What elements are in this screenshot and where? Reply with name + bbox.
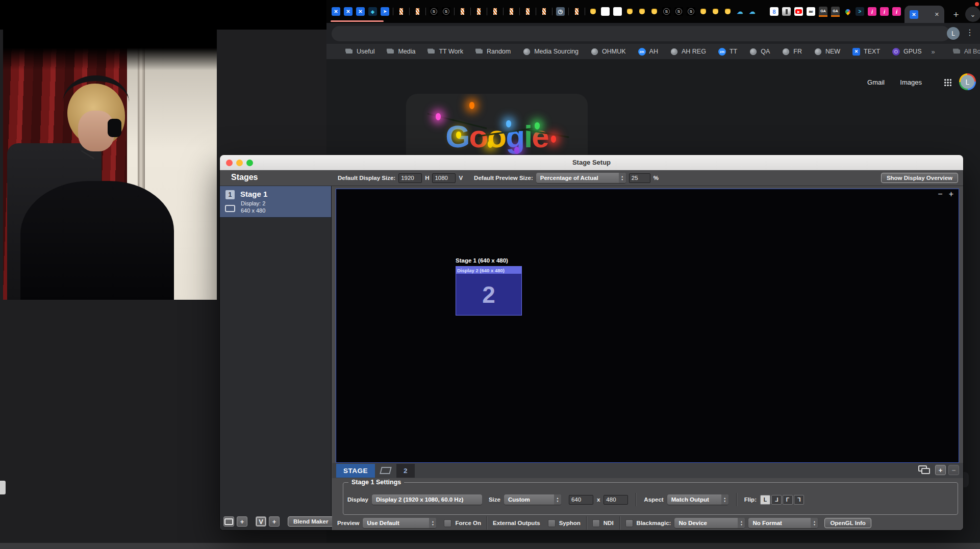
bookmarks-overflow-chevron[interactable]: »: [931, 48, 935, 56]
pinned-tab-candy-icon[interactable]: [458, 7, 467, 16]
pinned-tab-cloud-icon[interactable]: [748, 7, 757, 16]
pinned-tab-s-icon[interactable]: [674, 7, 683, 16]
pinned-tab-candy-icon[interactable]: [572, 7, 581, 16]
pinned-tab-candy-icon[interactable]: [413, 7, 422, 16]
bookmark-tt[interactable]: TT: [716, 46, 740, 57]
display-height-input[interactable]: [432, 173, 456, 183]
pinned-tab-gold-icon[interactable]: [650, 7, 659, 16]
zoom-out-button[interactable]: −: [938, 190, 942, 199]
bookmark-gpus[interactable]: GPUS: [890, 46, 924, 57]
pinned-tab-drop-icon[interactable]: [368, 7, 377, 16]
blackmagic-device-select[interactable]: No Device: [674, 518, 745, 528]
add-virtual-button[interactable]: +: [269, 516, 280, 527]
bookmark-media[interactable]: Media: [384, 46, 418, 57]
bookmark-text[interactable]: TEXT: [850, 46, 883, 57]
tab-ae-icon[interactable]: [807, 7, 815, 16]
flip-vertical-button[interactable]: L: [783, 495, 793, 505]
display-type-button[interactable]: [223, 516, 234, 527]
pinned-tab-candy-icon[interactable]: [491, 7, 499, 16]
bookmark-media-sourcing[interactable]: Media Sourcing: [520, 46, 581, 57]
bookmark-new[interactable]: NEW: [812, 46, 843, 57]
pinned-tab-white-icon[interactable]: [613, 7, 622, 16]
active-tab[interactable]: ✕: [904, 6, 944, 23]
all-bookmarks-button[interactable]: All Bookmarks: [950, 46, 980, 57]
pinned-tab-white-icon[interactable]: [601, 7, 610, 16]
flip-horizontal-button[interactable]: L: [771, 495, 782, 505]
tab-maps-icon[interactable]: [843, 7, 852, 16]
ndi-checkbox[interactable]: [592, 519, 600, 527]
tab-close-icon[interactable]: ✕: [935, 11, 939, 18]
tab-tower-icon[interactable]: [782, 7, 791, 16]
google-account-avatar[interactable]: L: [959, 73, 976, 90]
preview-select[interactable]: Use Default: [363, 518, 436, 528]
stage-height-input[interactable]: [604, 495, 628, 505]
pinned-tab-clock-icon[interactable]: [556, 7, 565, 16]
pinned-tab-gold-icon[interactable]: [589, 7, 597, 16]
pinned-tab-gold-icon[interactable]: [699, 7, 708, 16]
pinned-tab-candy-icon[interactable]: [397, 7, 406, 16]
preview-percent-input[interactable]: [629, 173, 650, 183]
browser-menu-dots-icon[interactable]: ⋮: [966, 28, 974, 37]
pinned-tab-plane-icon[interactable]: [381, 7, 389, 16]
tab-g8-icon[interactable]: [770, 7, 778, 16]
pinned-tab-gold-icon[interactable]: [625, 7, 634, 16]
size-select[interactable]: Custom: [504, 494, 561, 505]
show-display-overview-button[interactable]: Show Display Overview: [881, 173, 958, 183]
tab-yt-icon[interactable]: [794, 7, 803, 16]
blend-maker-button[interactable]: Blend Maker: [288, 516, 334, 527]
blackmagic-format-select[interactable]: No Format: [748, 518, 818, 528]
pinned-tab-x-icon[interactable]: [332, 7, 340, 16]
omnibox-address-bar[interactable]: [332, 26, 950, 41]
zoom-in-button[interactable]: +: [949, 190, 953, 199]
display-select[interactable]: Display 2 (1920 x 1080, 60.0 Hz): [372, 494, 482, 505]
tab-display-2[interactable]: 2: [396, 464, 415, 478]
images-link[interactable]: Images: [900, 79, 922, 86]
stage-list-item[interactable]: 1Stage 1Display: 2640 x 480: [220, 186, 331, 218]
stage-width-input[interactable]: [569, 495, 593, 505]
tab-search-chevron-button[interactable]: ⌄: [965, 7, 980, 22]
pinned-tab-s-icon[interactable]: [687, 7, 695, 16]
bookmark-ah-reg[interactable]: AH REG: [668, 46, 709, 57]
syphon-checkbox[interactable]: [548, 519, 556, 527]
pinned-tab-x-icon[interactable]: [356, 7, 365, 16]
pinned-tab-gold-icon[interactable]: [723, 7, 732, 16]
tab-stage[interactable]: STAGE: [336, 464, 375, 478]
pinned-tab-candy-icon[interactable]: [474, 7, 483, 16]
pinned-tab-x-icon[interactable]: [344, 7, 353, 16]
bookmark-useful[interactable]: Useful: [343, 46, 377, 57]
bookmark-ohmuk[interactable]: OHMUK: [588, 46, 629, 57]
pinned-tab-candy-icon[interactable]: [540, 7, 548, 16]
force-on-checkbox[interactable]: [444, 519, 451, 527]
add-tab-button[interactable]: +: [935, 465, 946, 475]
tab-pinki-icon[interactable]: [892, 7, 901, 16]
layers-icon[interactable]: [918, 465, 931, 475]
pinned-tab-gold-icon[interactable]: [711, 7, 720, 16]
bookmark-random[interactable]: Random: [473, 46, 513, 57]
bookmark-tt-work[interactable]: TT Work: [425, 46, 465, 57]
tab-pinki-icon[interactable]: [868, 7, 876, 16]
virtual-display-button[interactable]: V: [256, 516, 266, 527]
tab-ga-icon[interactable]: [831, 7, 840, 17]
preview-size-mode-select[interactable]: Percentage of Actual: [536, 173, 626, 183]
display-width-input[interactable]: [398, 173, 422, 183]
stage-canvas[interactable]: − + Stage 1 (640 x 480) Display 2 (640 x…: [336, 189, 959, 463]
tab-term-icon[interactable]: [856, 7, 864, 16]
corner-pin-icon[interactable]: [380, 467, 391, 474]
pinned-tab-s-icon[interactable]: [430, 7, 438, 16]
pinned-tab-gold-icon[interactable]: [638, 7, 646, 16]
bookmark-qa[interactable]: QA: [747, 46, 772, 57]
window-titlebar[interactable]: Stage Setup: [220, 155, 963, 170]
gmail-link[interactable]: Gmail: [867, 79, 885, 86]
add-display-button[interactable]: +: [237, 516, 247, 527]
tab-pinki-icon[interactable]: [880, 7, 889, 16]
flip-none-button[interactable]: L: [760, 495, 770, 505]
aspect-select[interactable]: Match Output: [667, 494, 728, 505]
profile-avatar[interactable]: L: [947, 27, 960, 40]
bookmark-fr[interactable]: FR: [780, 46, 805, 57]
pinned-tab-s-icon[interactable]: [662, 7, 671, 16]
new-tab-button[interactable]: +: [949, 8, 963, 21]
google-apps-grid-icon[interactable]: [944, 79, 951, 86]
pinned-tab-cloud-icon[interactable]: [736, 7, 744, 16]
opengl-info-button[interactable]: OpenGL Info: [824, 518, 871, 528]
flip-both-button[interactable]: L: [794, 495, 804, 505]
